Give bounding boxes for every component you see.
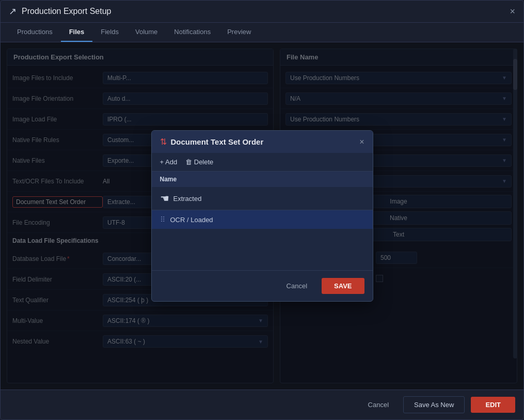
tab-notifications[interactable]: Notifications bbox=[166, 23, 219, 42]
modal-cancel-button[interactable]: Cancel bbox=[278, 278, 315, 294]
modal-close-button[interactable]: × bbox=[359, 137, 364, 147]
tab-volume[interactable]: Volume bbox=[127, 23, 166, 42]
footer-bar: Cancel Save As New EDIT bbox=[1, 390, 523, 419]
nav-tabs: Productions Files Fields Volume Notifica… bbox=[1, 23, 523, 42]
window-title: Production Export Setup bbox=[22, 7, 111, 16]
modal-add-button[interactable]: + Add bbox=[160, 158, 178, 166]
tab-preview[interactable]: Preview bbox=[219, 23, 259, 42]
modal-footer: Cancel SAVE bbox=[152, 270, 373, 301]
modal-title: Document Text Set Order bbox=[171, 137, 264, 146]
modal-table-header: Name bbox=[152, 172, 373, 187]
modal-header: ⇅ Document Text Set Order × bbox=[152, 131, 373, 153]
modal-row-extracted[interactable]: ☚ Extracted bbox=[152, 187, 373, 210]
hand-cursor-icon: ☚ bbox=[160, 192, 169, 205]
modal-row-ocr[interactable]: ⠿ OCR / Loaded bbox=[152, 210, 373, 229]
modal-table: Name ☚ Extracted ⠿ OCR / Loaded bbox=[152, 172, 373, 229]
modal-title-row: ⇅ Document Text Set Order bbox=[160, 137, 264, 147]
save-as-new-button[interactable]: Save As New bbox=[403, 396, 465, 413]
main-window: ↗ Production Export Setup × Productions … bbox=[0, 0, 524, 420]
title-bar: ↗ Production Export Setup × bbox=[1, 1, 523, 23]
modal-row-text-extracted: Extracted bbox=[173, 195, 202, 203]
edit-button[interactable]: EDIT bbox=[471, 397, 515, 413]
modal-overlay: ⇅ Document Text Set Order × + Add 🗑 Dele… bbox=[1, 42, 523, 390]
modal-dialog: ⇅ Document Text Set Order × + Add 🗑 Dele… bbox=[151, 130, 373, 302]
window-icon: ↗ bbox=[9, 6, 17, 17]
modal-delete-button[interactable]: 🗑 Delete bbox=[185, 158, 213, 166]
tab-fields[interactable]: Fields bbox=[92, 23, 127, 42]
modal-sort-icon: ⇅ bbox=[160, 137, 167, 147]
tab-files[interactable]: Files bbox=[61, 23, 93, 42]
window-close-button[interactable]: × bbox=[510, 7, 515, 16]
modal-spacer bbox=[152, 229, 373, 270]
tab-productions[interactable]: Productions bbox=[9, 23, 61, 42]
modal-toolbar: + Add 🗑 Delete bbox=[152, 153, 373, 172]
modal-row-text-ocr: OCR / Loaded bbox=[170, 216, 213, 224]
modal-save-button[interactable]: SAVE bbox=[322, 278, 364, 294]
main-content: Production Export Selection Image Files … bbox=[1, 42, 523, 390]
title-bar-left: ↗ Production Export Setup bbox=[9, 6, 111, 17]
drag-handle-icon: ⠿ bbox=[160, 215, 165, 224]
footer-cancel-button[interactable]: Cancel bbox=[360, 397, 397, 413]
